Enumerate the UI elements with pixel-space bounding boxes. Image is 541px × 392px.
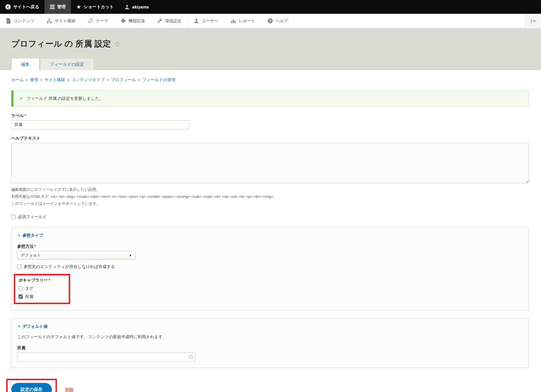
default-value-field-label: 所属 <box>17 346 25 350</box>
page-title: プロフィール の 所属 設定 ☆ <box>11 38 530 50</box>
required-marker: * <box>34 244 36 249</box>
label-field-label: ラベル <box>11 113 24 118</box>
reference-type-fieldset: ▼ 参照タイプ 参照方法* デフォルト ▼ 参照先のエンティティが存在しなければ… <box>11 227 529 311</box>
toolbar-item-label: 機能拡張 <box>128 18 145 24</box>
default-value-autocomplete-input[interactable] <box>17 353 195 362</box>
default-value-description: このフィールドのデフォルト値です。コンテンツの新規作成時に利用されます。 <box>17 334 523 340</box>
select-arrow-icon: ▼ <box>129 254 132 257</box>
create-entity-checkbox[interactable] <box>17 265 21 269</box>
required-field-checkbox-row[interactable]: 必須フィールド <box>11 214 529 220</box>
toolbar-item-label: ユーザー <box>202 18 218 24</box>
label-input[interactable] <box>11 120 189 129</box>
extend-icon <box>120 18 126 24</box>
toolbar-item-configuration[interactable]: 環境設定 <box>151 14 188 28</box>
back-to-site-label: サイトへ戻る <box>13 4 39 10</box>
back-arrow-icon: ❮ <box>5 4 11 10</box>
toolbar-item-content[interactable]: コンテンツ <box>0 14 41 28</box>
vocabulary-label-row: ボキャブラリー* <box>19 278 50 283</box>
breadcrumb-link-home[interactable]: ホーム <box>11 77 24 82</box>
toolbar-item-extend[interactable]: 機能拡張 <box>114 14 151 28</box>
admin-menu-bar: コンテンツ サイト構築 テーマ 機能拡張 環境設定 <box>0 14 541 28</box>
help-text-textarea[interactable] <box>11 143 529 183</box>
breadcrumb-link-admin[interactable]: 管理 <box>30 77 38 82</box>
help-text-descriptions: 編集画面のこのフィールドの下に表示したい説明。 利用可能なHTMLタグ: <a>… <box>11 186 529 207</box>
main-content: ホーム»管理»サイト構築»コンテンツタイプ»プロフィール»フィールドの管理 ✔ … <box>0 70 541 392</box>
vocabulary-option-tags[interactable]: タグ <box>19 286 50 291</box>
vocabulary-shozoku-checkbox[interactable] <box>19 294 23 299</box>
breadcrumb-link-profile[interactable]: プロフィール <box>111 77 136 82</box>
tab-edit[interactable]: 編集 <box>11 58 39 70</box>
check-icon: ✔ <box>19 96 23 101</box>
collapse-arrow-icon: ▼ <box>18 325 21 328</box>
autocomplete-ring-icon <box>189 355 193 359</box>
toolbar-item-label: ヘルプ <box>276 18 288 24</box>
toolbar-item-label: コンテンツ <box>14 18 34 24</box>
highlight-box-vocabulary: ボキャブラリー* タグ 所属 <box>14 274 70 304</box>
required-marker: * <box>49 278 50 282</box>
username-label: akiyama <box>132 5 149 9</box>
content-icon <box>6 18 11 24</box>
appearance-icon <box>88 18 93 24</box>
tab-field-settings[interactable]: フィールドの設定 <box>40 58 94 70</box>
breadcrumb-link-manage-fields[interactable]: フィールドの管理 <box>142 77 176 82</box>
admin-menu-user[interactable]: akiyama <box>119 0 154 14</box>
admin-menu-shortcuts[interactable]: ★ ショートカット <box>71 0 119 14</box>
toolbar-collapse-button[interactable] <box>525 14 541 28</box>
admin-menu-manage[interactable]: 管理 <box>45 0 71 14</box>
toolbar-item-people[interactable]: ユーザー <box>188 14 225 28</box>
toolbar-item-label: レポート <box>239 18 255 24</box>
reference-type-legend[interactable]: ▼ 参照タイプ <box>17 232 44 239</box>
default-value-legend-text: デフォルト値 <box>23 324 48 329</box>
page-title-text: プロフィール の 所属 設定 <box>11 38 111 50</box>
status-message: ✔ フィールド 所属 の設定を更新しました。 <box>11 90 529 107</box>
vocabulary-tags-label: タグ <box>25 286 34 291</box>
required-field-checkbox-label: 必須フィールド <box>18 214 47 220</box>
page-header: プロフィール の 所属 設定 ☆ 編集 フィールドの設定 <box>0 28 541 70</box>
breadcrumb-separator: » <box>26 77 28 82</box>
people-icon <box>194 18 199 24</box>
save-settings-button[interactable]: 設定の保存 <box>11 383 52 392</box>
help-text-label: ヘルプテキスト <box>11 136 41 140</box>
delete-link[interactable]: 削除 <box>65 387 74 392</box>
primary-tabs: 編集 フィールドの設定 <box>11 58 530 70</box>
toolbar-item-reports[interactable]: レポート <box>225 14 261 28</box>
required-field-checkbox[interactable] <box>11 215 15 219</box>
toolbar-item-label: テーマ <box>96 18 108 24</box>
reference-type-legend-text: 参照タイプ <box>23 233 43 238</box>
breadcrumb: ホーム»管理»サイト構築»コンテンツタイプ»プロフィール»フィールドの管理 <box>11 70 529 83</box>
reference-method-select[interactable]: デフォルト ▼ <box>17 251 136 260</box>
reference-method-label: 参照方法 <box>17 244 34 249</box>
breadcrumb-separator: » <box>107 77 109 82</box>
help-text-row: ヘルプテキスト 編集画面のこのフィールドの下に表示したい説明。 利用可能なHTM… <box>11 136 529 207</box>
vocabulary-tags-checkbox[interactable] <box>19 286 23 291</box>
hamburger-icon <box>50 5 55 9</box>
reference-method-selected-value: デフォルト <box>21 253 41 258</box>
required-marker: * <box>25 113 26 118</box>
default-value-fieldset: ▼ デフォルト値 このフィールドのデフォルト値です。コンテンツの新規作成時に利用… <box>11 318 529 368</box>
toolbar-item-help[interactable]: ? ヘルプ <box>261 14 294 28</box>
favorite-star-icon[interactable]: ☆ <box>114 39 121 48</box>
vocabulary-shozoku-label: 所属 <box>25 294 33 299</box>
breadcrumb-separator: » <box>67 77 69 82</box>
breadcrumb-link-structure[interactable]: サイト構築 <box>44 77 65 82</box>
description-line: 利用可能なHTMLタグ: <a> <b> <big> <code> <del> … <box>11 193 529 200</box>
toolbar-item-structure[interactable]: サイト構築 <box>41 14 82 28</box>
user-icon <box>125 5 130 10</box>
star-icon: ★ <box>76 4 81 10</box>
help-icon: ? <box>267 18 273 24</box>
vocabulary-option-shozoku[interactable]: 所属 <box>19 294 50 299</box>
breadcrumb-separator: » <box>138 77 140 82</box>
manage-label: 管理 <box>57 4 66 10</box>
structure-icon <box>46 18 52 24</box>
back-to-site-link[interactable]: ❮ サイトへ戻る <box>0 0 45 14</box>
form-actions: 設定の保存 削除 <box>11 379 529 392</box>
toolbar-item-label: サイト構築 <box>55 18 76 24</box>
breadcrumb-link-content-types[interactable]: コンテンツタイプ <box>71 77 105 82</box>
admin-toolbar: ❮ サイトへ戻る 管理 ★ ショートカット akiyama <box>0 0 541 14</box>
toolbar-item-appearance[interactable]: テーマ <box>82 14 114 28</box>
create-entity-checkbox-row[interactable]: 参照先のエンティティが存在しなければ作成する <box>17 264 523 269</box>
default-value-legend[interactable]: ▼ デフォルト値 <box>17 323 48 330</box>
default-value-field-row: 所属 <box>17 345 523 362</box>
toolbar-item-label: 環境設定 <box>165 18 181 24</box>
create-entity-checkbox-label: 参照先のエンティティが存在しなければ作成する <box>24 264 115 269</box>
